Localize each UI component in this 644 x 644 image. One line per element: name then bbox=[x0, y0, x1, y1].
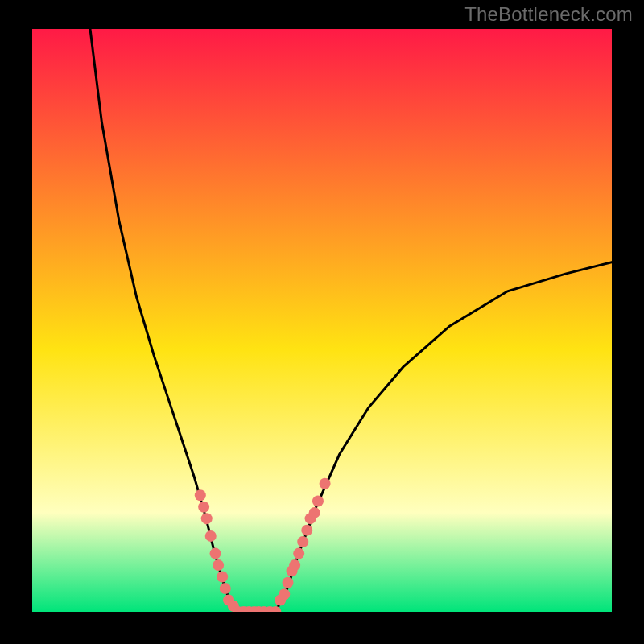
data-point bbox=[283, 577, 294, 588]
plot-area bbox=[32, 29, 612, 612]
data-point bbox=[217, 572, 228, 583]
data-point bbox=[210, 548, 221, 559]
data-point bbox=[312, 495, 324, 506]
data-point bbox=[289, 559, 300, 571]
data-point bbox=[309, 507, 320, 518]
data-point bbox=[205, 530, 217, 542]
data-point bbox=[220, 583, 231, 594]
data-point bbox=[279, 588, 290, 600]
data-point bbox=[213, 559, 224, 571]
data-point bbox=[201, 513, 213, 524]
data-points bbox=[32, 29, 612, 612]
chart-frame: TheBottleneck.com bbox=[0, 0, 644, 644]
data-point bbox=[293, 548, 304, 559]
data-point bbox=[198, 502, 209, 513]
data-point bbox=[297, 536, 308, 547]
watermark-text: TheBottleneck.com bbox=[464, 3, 633, 26]
data-point bbox=[320, 478, 331, 489]
data-point bbox=[195, 489, 206, 501]
data-point bbox=[301, 525, 312, 536]
